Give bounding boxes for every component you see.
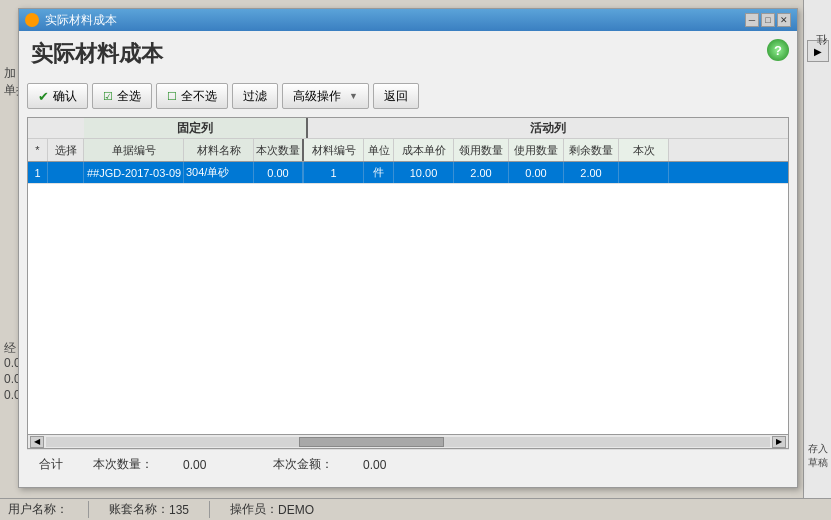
operator-label: 操作员： [230, 501, 278, 518]
cell-used-qty-1: 0.00 [509, 162, 564, 183]
account-value: 135 [169, 503, 189, 517]
dialog-header-title: 实际材料成本 [27, 39, 163, 69]
filter-button[interactable]: 过滤 [232, 83, 278, 109]
bg-account-label: 经 [4, 340, 16, 357]
user-section: 用户名称： [8, 501, 89, 518]
return-button[interactable]: 返回 [373, 83, 419, 109]
horizontal-scrollbar[interactable]: ◀ ▶ [28, 434, 788, 448]
right-sidebar: ▶ 往 存入草稿 [803, 0, 831, 520]
deselect-icon: ☐ [167, 90, 177, 103]
right-panel: ▶ [807, 40, 829, 62]
operator-value: DEMO [278, 503, 314, 517]
main-dialog: 实际材料成本 ─ □ ✕ 实际材料成本 ? ✔ 确认 ☑ 全选 ☐ 全不选 [18, 8, 798, 488]
col-header-remain-qty: 剩余数量 [564, 139, 619, 161]
cell-unit-price-1: 10.00 [394, 162, 454, 183]
col-header-star: * [28, 139, 48, 161]
cell-mat-name-1: 304/单砂 [184, 162, 254, 183]
account-section: 账套名称： 135 [109, 501, 210, 518]
cell-order-no-1: ##JGD-2017-03-09 [84, 162, 184, 183]
advanced-label: 高级操作 [293, 88, 341, 105]
nav-right-btn[interactable]: ▶ [807, 40, 829, 62]
active-group-label: 活动列 [308, 118, 788, 138]
help-button[interactable]: ? [767, 39, 789, 61]
close-button[interactable]: ✕ [777, 13, 791, 27]
fixed-group-label: 固定列 [84, 118, 308, 138]
user-label: 用户名称： [8, 501, 68, 518]
col-header-unit-price: 成本单价 [394, 139, 454, 161]
col-header-mat-name: 材料名称 [184, 139, 254, 161]
scroll-track[interactable] [46, 437, 770, 447]
scroll-left-button[interactable]: ◀ [30, 436, 44, 448]
group-row: 固定列 活动列 [28, 118, 788, 139]
deselect-all-label: 全不选 [181, 88, 217, 105]
cell-qty-1: 0.00 [254, 162, 304, 183]
cell-mat-code-1: 1 [304, 162, 364, 183]
deselect-all-button[interactable]: ☐ 全不选 [156, 83, 228, 109]
cell-star-1: 1 [28, 162, 48, 183]
toolbar: ✔ 确认 ☑ 全选 ☐ 全不选 过滤 高级操作 ▼ 返回 [27, 83, 789, 109]
title-icon [25, 13, 39, 27]
total-label: 合计 [39, 456, 63, 473]
col-header-used-qty: 使用数量 [509, 139, 564, 161]
cell-use-qty-1: 2.00 [454, 162, 509, 183]
footer-summary: 合计 本次数量： 0.00 本次金额： 0.00 [27, 449, 789, 479]
col-headers: * 选择 单据编号 材料名称 本次数量 材料编号 单位 成本单价 领用数量 使用… [28, 139, 788, 161]
table-data-area[interactable]: 1 ##JGD-2017-03-09 304/单砂 0.00 1 件 10.00… [28, 162, 788, 434]
col-header-select: 选择 [48, 139, 84, 161]
bg-add-label: 加 [4, 65, 16, 82]
column-group-headers: 固定列 活动列 * 选择 单据编号 材料名称 本次数量 材料编号 单位 成本单价… [28, 118, 788, 162]
cell-remain-qty-1: 2.00 [564, 162, 619, 183]
col-header-mat-code: 材料编号 [304, 139, 364, 161]
dropdown-arrow-icon: ▼ [349, 91, 358, 101]
data-table: 固定列 活动列 * 选择 单据编号 材料名称 本次数量 材料编号 单位 成本单价… [27, 117, 789, 449]
dialog-body: 实际材料成本 ? ✔ 确认 ☑ 全选 ☐ 全不选 过滤 高级操作 ▼ [19, 31, 797, 487]
return-label: 返回 [384, 88, 408, 105]
bg-draft-label: 存入草稿 [806, 442, 828, 470]
col-header-unit: 单位 [364, 139, 394, 161]
filter-label: 过滤 [243, 88, 267, 105]
table-row[interactable]: 1 ##JGD-2017-03-09 304/单砂 0.00 1 件 10.00… [28, 162, 788, 184]
select-all-label: 全选 [117, 88, 141, 105]
confirm-button[interactable]: ✔ 确认 [27, 83, 88, 109]
account-label: 账套名称： [109, 501, 169, 518]
amount-value: 0.00 [363, 458, 423, 472]
empty-group [28, 118, 84, 138]
maximize-button[interactable]: □ [761, 13, 775, 27]
checkbox-icon: ☑ [103, 90, 113, 103]
operator-section: 操作员： DEMO [230, 501, 334, 518]
col-header-this-amount: 本次 [619, 139, 669, 161]
qty-value: 0.00 [183, 458, 243, 472]
cell-select-1[interactable] [48, 162, 84, 183]
confirm-label: 确认 [53, 88, 77, 105]
minimize-button[interactable]: ─ [745, 13, 759, 27]
advanced-button[interactable]: 高级操作 ▼ [282, 83, 369, 109]
scroll-thumb[interactable] [299, 437, 444, 447]
scroll-right-button[interactable]: ▶ [772, 436, 786, 448]
select-all-button[interactable]: ☑ 全选 [92, 83, 152, 109]
col-header-order-no: 单据编号 [84, 139, 184, 161]
check-icon: ✔ [38, 89, 49, 104]
col-header-use-qty: 领用数量 [454, 139, 509, 161]
cell-this-amount-1 [619, 162, 669, 183]
amount-label: 本次金额： [273, 456, 333, 473]
qty-label: 本次数量： [93, 456, 153, 473]
cell-unit-1: 件 [364, 162, 394, 183]
col-header-qty: 本次数量 [254, 139, 304, 161]
status-bar: 用户名称： 账套名称： 135 操作员： DEMO [0, 498, 831, 520]
dialog-titlebar: 实际材料成本 ─ □ ✕ [19, 9, 797, 31]
dialog-title: 实际材料成本 [45, 12, 745, 29]
title-controls: ─ □ ✕ [745, 13, 791, 27]
